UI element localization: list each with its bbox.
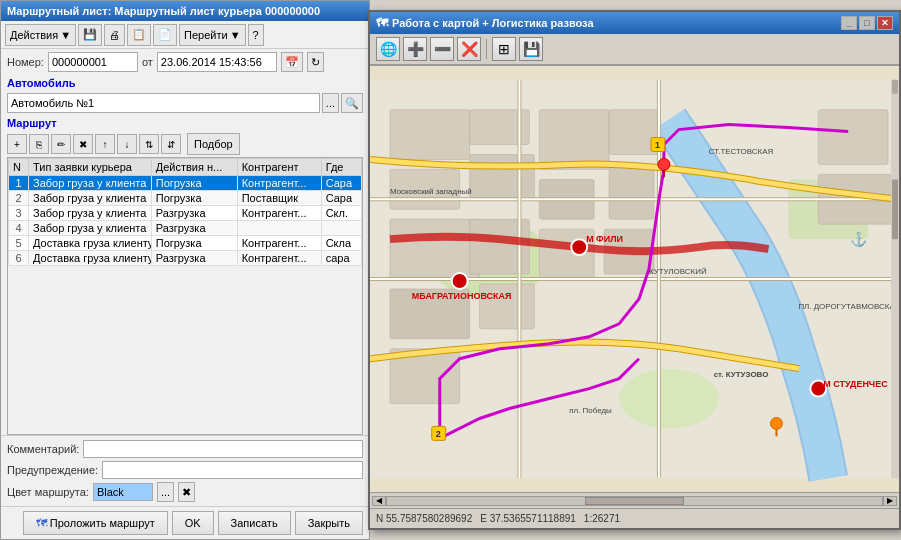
svg-point-31 <box>658 158 670 170</box>
cell-tip: Доставка груза клиенту <box>29 236 152 251</box>
scroll-left[interactable]: ◀ <box>372 496 386 506</box>
color-input[interactable] <box>93 483 153 501</box>
edit-row-btn[interactable]: ✏ <box>51 134 71 154</box>
print-btn[interactable]: 🖨 <box>104 24 125 46</box>
avtomobil-label: Автомобиль <box>1 75 369 91</box>
avtomobil-input[interactable] <box>7 93 320 113</box>
table-row[interactable]: 1 Забор груза у клиента Погрузка Контраг… <box>9 176 362 191</box>
scroll-thumb[interactable] <box>585 497 684 505</box>
table-row[interactable]: 3 Забор груза у клиента Разгрузка Контра… <box>9 206 362 221</box>
cell-n: 2 <box>9 191 29 206</box>
nomer-input[interactable] <box>48 52 138 72</box>
date-input[interactable] <box>157 52 277 72</box>
cell-kontragent <box>237 221 321 236</box>
copy-row-btn[interactable]: ⎘ <box>29 134 49 154</box>
predup-input[interactable] <box>102 461 363 479</box>
cell-action: Погрузка <box>151 236 237 251</box>
save-map-btn[interactable]: 💾 <box>519 37 543 61</box>
prolozhit-btn[interactable]: 🗺 Проложить маршрут <box>23 511 168 535</box>
sort2-btn[interactable]: ⇵ <box>161 134 181 154</box>
map-area[interactable]: М ФИЛИ МБАГРАТИОНОВСКАЯ М СТУДЕНЧЕС 1 2 … <box>370 66 899 492</box>
copy-btn[interactable]: 📋 <box>127 24 151 46</box>
cell-gde: Сара <box>321 176 361 191</box>
table-row[interactable]: 5 Доставка груза клиенту Погрузка Контра… <box>9 236 362 251</box>
map-title: Работа с картой + Логистика развоза <box>392 17 594 29</box>
cell-action: Погрузка <box>151 191 237 206</box>
svg-text:ПЛ. ДОРОГУТАВМОВСКАЯ: ПЛ. ДОРОГУТАВМОВСКАЯ <box>798 302 899 311</box>
podpor-btn[interactable]: Подбор <box>187 133 240 155</box>
ok-btn[interactable]: OK <box>172 511 214 535</box>
table-row[interactable]: 4 Забор груза у клиента Разгрузка <box>9 221 362 236</box>
avtomobil-select-btn[interactable]: ... <box>322 93 339 113</box>
svg-text:пл. Победы: пл. Победы <box>569 406 612 415</box>
globe-btn[interactable]: 🌐 <box>376 37 400 61</box>
nomer-row: Номер: от 📅 ↻ <box>1 49 369 75</box>
svg-point-21 <box>571 239 587 255</box>
main-toolbar: Действия ▼ 💾 🖨 📋 📄 Перейти ▼ ? <box>1 21 369 49</box>
del-row-btn[interactable]: ✖ <box>73 134 93 154</box>
map-statusbar: N 55.7587580289692 E 37.5365571118891 1:… <box>370 508 899 528</box>
toolbar-sep1 <box>486 39 487 59</box>
svg-text:⚓: ⚓ <box>850 231 868 248</box>
save-doc-btn[interactable]: 💾 <box>78 24 102 46</box>
close-btn[interactable]: ✕ <box>877 16 893 30</box>
maximize-btn[interactable]: □ <box>859 16 875 30</box>
up-btn[interactable]: ↑ <box>95 134 115 154</box>
map-window: 🗺 Работа с картой + Логистика развоза _ … <box>368 10 901 530</box>
svg-point-33 <box>770 417 782 429</box>
predup-label: Предупреждение: <box>7 464 98 476</box>
zakrit-btn[interactable]: Закрыть <box>295 511 363 535</box>
cell-kontragent: Контрагент... <box>237 176 321 191</box>
zoom-out-btn[interactable]: ➖ <box>430 37 454 61</box>
cell-kontragent: Контрагент... <box>237 236 321 251</box>
goto-btn[interactable]: Перейти ▼ <box>179 24 245 46</box>
calendar-btn[interactable]: 📅 <box>281 52 303 72</box>
svg-text:1: 1 <box>655 140 660 150</box>
cell-tip: Забор груза у клиента <box>29 176 152 191</box>
left-titlebar: Маршрутный лист: Маршрутный лист курьера… <box>1 1 369 21</box>
refresh-btn[interactable]: ↻ <box>307 52 324 72</box>
nomer-label: Номер: <box>7 56 44 68</box>
add-row-btn[interactable]: + <box>7 134 27 154</box>
footer-buttons: 🗺 Проложить маршрут OK Записать Закрыть <box>1 506 369 539</box>
scroll-track[interactable] <box>386 496 883 506</box>
svg-text:МБАГРАТИОНОВСКАЯ: МБАГРАТИОНОВСКАЯ <box>412 291 512 301</box>
scroll-right[interactable]: ▶ <box>883 496 897 506</box>
layers-btn[interactable]: ⊞ <box>492 37 516 61</box>
scale: 1:26271 <box>584 513 620 524</box>
coord-e: E 37.5365571118891 <box>480 513 576 524</box>
svg-rect-19 <box>818 110 888 165</box>
col-gde: Где <box>321 159 361 176</box>
col-action: Действия н... <box>151 159 237 176</box>
cell-tip: Доставка груза клиенту <box>29 251 152 266</box>
cell-action: Разгрузка <box>151 221 237 236</box>
table-row[interactable]: 6 Доставка груза клиенту Разгрузка Контр… <box>9 251 362 266</box>
comment-input[interactable] <box>83 440 363 458</box>
comment-row: Комментарий: <box>7 440 363 458</box>
zoom-in-btn[interactable]: ➕ <box>403 37 427 61</box>
actions-btn[interactable]: Действия ▼ <box>5 24 76 46</box>
remove-btn[interactable]: ❌ <box>457 37 481 61</box>
left-title: Маршрутный лист: Маршрутный лист курьера… <box>7 5 320 17</box>
color-clear-btn[interactable]: ✖ <box>178 482 195 502</box>
zapisat-btn[interactable]: Записать <box>218 511 291 535</box>
svg-rect-44 <box>892 179 898 239</box>
svg-text:СТ.ТЕСТОВСКАЯ: СТ.ТЕСТОВСКАЯ <box>709 147 774 156</box>
color-select-btn[interactable]: ... <box>157 482 174 502</box>
cell-kontragent: Поставщик <box>237 191 321 206</box>
minimize-btn[interactable]: _ <box>841 16 857 30</box>
paste-btn[interactable]: 📄 <box>153 24 177 46</box>
avtomobil-search-btn[interactable]: 🔍 <box>341 93 363 113</box>
h-scrollbar[interactable]: ◀ ▶ <box>370 492 899 508</box>
cell-action: Погрузка <box>151 176 237 191</box>
down-btn[interactable]: ↓ <box>117 134 137 154</box>
help-btn[interactable]: ? <box>248 24 264 46</box>
sort1-btn[interactable]: ⇅ <box>139 134 159 154</box>
predup-row: Предупреждение: <box>7 461 363 479</box>
map-titlebar: 🗺 Работа с картой + Логистика развоза _ … <box>370 12 899 34</box>
table-toolbar: + ⎘ ✏ ✖ ↑ ↓ ⇅ ⇵ Подбор <box>1 131 369 157</box>
svg-text:2: 2 <box>436 429 441 439</box>
table-row[interactable]: 2 Забор груза у клиента Погрузка Поставщ… <box>9 191 362 206</box>
routes-table: N Тип заявки курьера Действия н... Контр… <box>8 158 362 266</box>
comment-label: Комментарий: <box>7 443 79 455</box>
